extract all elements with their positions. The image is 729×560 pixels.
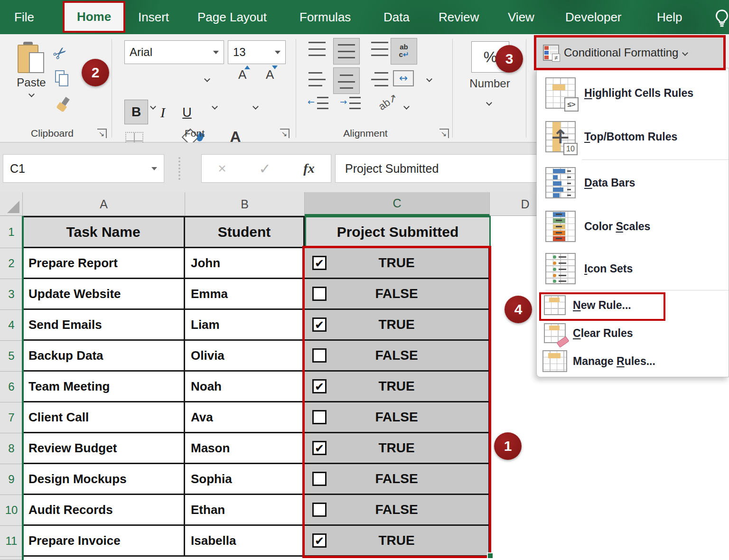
fill-handle[interactable]	[487, 552, 494, 559]
not-equal-glyph: ≠	[552, 54, 560, 62]
tab-developer[interactable]: Developer	[565, 0, 622, 34]
column-header-a[interactable]: A	[23, 192, 185, 216]
cell-a5[interactable]: Backup Data	[23, 341, 185, 372]
menu-separator	[545, 290, 729, 290]
wrap-text-button-active[interactable]: ab c↵	[391, 38, 417, 65]
top-align-icon[interactable]	[308, 42, 326, 56]
menu-item-highlight-cells-rules[interactable]: ≤> Highlight Cells Rules	[537, 71, 729, 115]
name-box[interactable]: C1	[3, 154, 164, 183]
row-header-1[interactable]: 1	[0, 216, 23, 248]
cell-b4[interactable]: Liam	[185, 310, 305, 341]
cell-b6[interactable]: Noah	[185, 372, 305, 402]
fill-color-dropdown-chevron[interactable]	[212, 103, 218, 110]
row-header-2[interactable]: 2	[0, 248, 23, 279]
row-header-10[interactable]: 10	[0, 495, 23, 526]
cell-a3[interactable]: Update Website	[23, 279, 185, 310]
tab-data[interactable]: Data	[383, 0, 410, 34]
tab-view[interactable]: View	[508, 0, 534, 34]
cell-b2[interactable]: John	[185, 248, 305, 279]
menu-item-clear-rules[interactable]: Clear Rules	[537, 319, 729, 347]
formula-bar-resize-handle[interactable]	[178, 157, 180, 180]
cell-a11[interactable]: Prepare Invoice	[23, 526, 185, 557]
orientation-icon[interactable]: ab↗	[376, 91, 400, 113]
cell-b3[interactable]: Emma	[185, 279, 305, 310]
name-box-dropdown-arrow[interactable]	[151, 167, 157, 170]
paste-button[interactable]: Paste	[10, 42, 52, 122]
cell-b9[interactable]: Sophia	[185, 464, 305, 495]
row-header-11[interactable]: 11	[0, 526, 23, 557]
column-header-c-selected[interactable]: C	[305, 192, 490, 216]
decrease-indent-button[interactable]: ←	[308, 97, 328, 109]
merge-center-icon[interactable]: ↔	[393, 70, 414, 86]
shrink-font-button[interactable]: A	[266, 67, 274, 82]
column-header-b[interactable]: B	[185, 192, 305, 216]
tab-home-active-redbox[interactable]: Home	[63, 1, 125, 33]
grow-font-button[interactable]: A	[238, 67, 246, 82]
cell-a9[interactable]: Design Mockups	[23, 464, 185, 495]
cell-a1[interactable]: Task Name	[23, 216, 185, 248]
enter-icon[interactable]: ✓	[259, 160, 271, 177]
alignment-dialog-launcher[interactable]: ↘	[439, 129, 449, 138]
font-name-dropdown-arrow[interactable]	[213, 51, 219, 54]
tab-help[interactable]: Help	[657, 0, 682, 34]
merge-dropdown-chevron[interactable]	[426, 76, 432, 82]
cell-b5[interactable]: Olivia	[185, 341, 305, 372]
lightbulb-icon[interactable]	[711, 8, 729, 29]
menu-item-top-bottom-rules[interactable]: ↑ 10 Top/Bottom Rules	[537, 115, 729, 159]
cell-b1[interactable]: Student	[185, 216, 305, 248]
cell-b8[interactable]: Mason	[185, 433, 305, 464]
cell-b7[interactable]: Ava	[185, 402, 305, 433]
font-color-dropdown-chevron[interactable]	[252, 103, 259, 110]
conditional-formatting-button-redbox[interactable]: ≠ Conditional Formatting	[534, 35, 726, 70]
bold-button[interactable]: B	[124, 100, 148, 124]
cell-a6[interactable]: Team Meeting	[23, 372, 185, 402]
middle-align-button-active[interactable]	[333, 38, 360, 65]
menu-item-manage-rules[interactable]: Manage Rules...	[537, 347, 729, 375]
tab-formulas[interactable]: Formulas	[299, 0, 351, 34]
center-align-button-active[interactable]	[333, 67, 360, 94]
bottom-align-icon[interactable]	[371, 42, 388, 56]
eraser-icon	[556, 336, 569, 347]
row-header-6[interactable]: 6	[0, 372, 23, 402]
format-painter-icon[interactable]	[50, 93, 74, 116]
cell-b11[interactable]: Isabella	[185, 526, 305, 557]
cell-b10[interactable]: Ethan	[185, 495, 305, 526]
font-dialog-launcher[interactable]: ↘	[280, 129, 290, 138]
cancel-icon[interactable]: ×	[218, 160, 226, 177]
paste-dropdown-chevron[interactable]	[28, 91, 35, 97]
orientation-dropdown-chevron[interactable]	[403, 103, 410, 110]
cell-a7[interactable]: Client Call	[23, 402, 185, 433]
row-header-9[interactable]: 9	[0, 464, 23, 495]
row-header-4[interactable]: 4	[0, 310, 23, 341]
insert-function-icon[interactable]: fx	[303, 161, 314, 176]
italic-button[interactable]: I	[154, 102, 172, 123]
cell-a4[interactable]: Send Emails	[23, 310, 185, 341]
font-name-combo[interactable]: Arial	[124, 40, 224, 64]
number-group-chevron[interactable]	[486, 100, 492, 106]
row-header-3[interactable]: 3	[0, 279, 23, 310]
underline-button[interactable]: U	[177, 102, 197, 123]
cell-a8[interactable]: Review Budget	[23, 433, 185, 464]
tab-page-layout[interactable]: Page Layout	[197, 0, 267, 34]
font-size-combo[interactable]: 13	[228, 40, 286, 64]
menu-item-data-bars[interactable]: Data Bars	[537, 161, 729, 205]
align-left-icon[interactable]	[308, 72, 326, 86]
align-right-icon[interactable]	[371, 72, 388, 86]
copy-icon[interactable]	[55, 70, 69, 87]
menu-item-icon-sets[interactable]: Icon Sets	[537, 248, 729, 289]
font-size-dropdown-arrow[interactable]	[275, 51, 280, 54]
row-header-8[interactable]: 8	[0, 433, 23, 464]
tab-file[interactable]: File	[14, 0, 34, 34]
increase-indent-button[interactable]: →	[340, 97, 361, 109]
clipboard-dialog-launcher[interactable]: ↘	[97, 129, 107, 138]
menu-item-color-scales[interactable]: Color Scales	[537, 205, 729, 248]
row-header-5[interactable]: 5	[0, 341, 23, 372]
cell-a10[interactable]: Audit Records	[23, 495, 185, 526]
tab-insert[interactable]: Insert	[138, 0, 169, 34]
select-all-button[interactable]	[0, 192, 23, 216]
underline-dropdown-chevron[interactable]	[204, 76, 210, 82]
cell-a2[interactable]: Prepare Report	[23, 248, 185, 279]
row-header-7[interactable]: 7	[0, 402, 23, 433]
cell-c1-selected[interactable]: Project Submitted	[305, 216, 491, 248]
tab-review[interactable]: Review	[439, 0, 479, 34]
